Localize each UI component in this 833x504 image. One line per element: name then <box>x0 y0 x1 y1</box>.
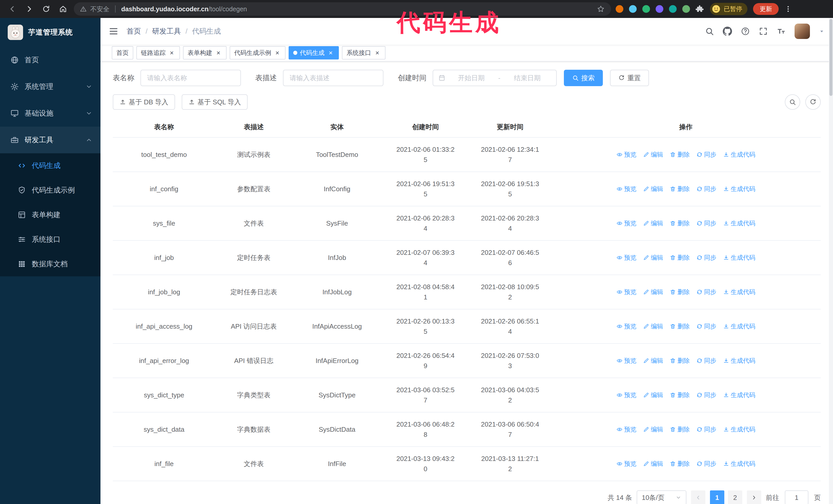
preview-action[interactable]: 预览 <box>616 390 636 400</box>
profile-chip[interactable]: 已暂停 <box>710 3 747 15</box>
github-icon[interactable] <box>723 27 732 36</box>
preview-action[interactable]: 预览 <box>616 287 636 297</box>
sidebar-subitem-db-doc[interactable]: 数据库文档 <box>0 252 100 277</box>
sync-action[interactable]: 同步 <box>696 184 716 194</box>
generate-code-action[interactable]: 生成代码 <box>723 149 755 160</box>
scrollbar-thumb[interactable] <box>829 19 832 96</box>
purple-extension-icon[interactable] <box>656 5 663 13</box>
search-toggle-button[interactable] <box>785 94 800 110</box>
edit-action[interactable]: 编辑 <box>643 390 663 400</box>
close-icon[interactable]: × <box>374 49 381 56</box>
forward-button[interactable] <box>23 3 35 15</box>
sidebar-item-system[interactable]: 系统管理 <box>0 73 100 100</box>
close-icon[interactable]: × <box>215 49 222 56</box>
reload-button[interactable] <box>40 3 52 15</box>
preview-action[interactable]: 预览 <box>616 149 636 160</box>
edit-action[interactable]: 编辑 <box>643 424 663 434</box>
back-button[interactable] <box>6 3 19 15</box>
import-sql-button[interactable]: 基于 SQL 导入 <box>182 94 248 110</box>
tab-system-api[interactable]: 系统接口× <box>342 46 385 59</box>
help-icon[interactable] <box>741 27 750 36</box>
page-1-button[interactable]: 1 <box>710 490 724 504</box>
delete-action[interactable]: 删除 <box>670 287 690 297</box>
generate-code-action[interactable]: 生成代码 <box>723 287 755 297</box>
font-size-icon[interactable] <box>777 27 786 36</box>
puzzle-icon[interactable] <box>696 5 704 13</box>
edit-action[interactable]: 编辑 <box>643 459 663 469</box>
import-db-button[interactable]: 基于 DB 导入 <box>113 94 175 110</box>
tab-trace[interactable]: 链路追踪× <box>136 46 180 59</box>
generate-code-action[interactable]: 生成代码 <box>723 184 755 194</box>
create-time-range-picker[interactable]: 开始日期 - 结束日期 <box>433 70 557 86</box>
refresh-table-button[interactable] <box>805 94 821 110</box>
table-desc-input[interactable] <box>283 70 383 86</box>
next-page-button[interactable] <box>747 490 761 504</box>
page-size-select[interactable]: 10条/页 <box>637 490 686 504</box>
kebab-menu-icon[interactable] <box>784 5 792 13</box>
preview-action[interactable]: 预览 <box>616 321 636 332</box>
goto-page-input[interactable] <box>785 490 808 504</box>
close-icon[interactable]: × <box>274 49 281 56</box>
orange-extension-icon[interactable] <box>616 5 623 13</box>
edit-action[interactable]: 编辑 <box>643 321 663 332</box>
delete-action[interactable]: 删除 <box>670 253 690 263</box>
sync-action[interactable]: 同步 <box>696 149 716 160</box>
delete-action[interactable]: 删除 <box>670 321 690 332</box>
generate-code-action[interactable]: 生成代码 <box>723 356 755 366</box>
delete-action[interactable]: 删除 <box>670 184 690 194</box>
sidebar-subitem-codegen[interactable]: 代码生成 <box>0 153 100 178</box>
generate-code-action[interactable]: 生成代码 <box>723 459 755 469</box>
leaf-extension-icon[interactable] <box>682 5 690 13</box>
delete-action[interactable]: 删除 <box>670 390 690 400</box>
tab-codegen[interactable]: 代码生成× <box>289 46 339 59</box>
sync-action[interactable]: 同步 <box>696 321 716 332</box>
table-name-input[interactable] <box>140 70 241 86</box>
caret-down-icon[interactable] <box>819 28 825 34</box>
generate-code-action[interactable]: 生成代码 <box>723 253 755 263</box>
close-icon[interactable]: × <box>327 49 334 56</box>
edit-action[interactable]: 编辑 <box>643 356 663 366</box>
sync-action[interactable]: 同步 <box>696 356 716 366</box>
delete-action[interactable]: 删除 <box>670 149 690 160</box>
preview-action[interactable]: 预览 <box>616 184 636 194</box>
preview-action[interactable]: 预览 <box>616 459 636 469</box>
edit-action[interactable]: 编辑 <box>643 184 663 194</box>
generate-code-action[interactable]: 生成代码 <box>723 218 755 229</box>
breadcrumb-item[interactable]: 研发工具 <box>152 26 181 36</box>
generate-code-action[interactable]: 生成代码 <box>723 390 755 400</box>
tab-home[interactable]: 首页 <box>112 46 133 59</box>
page-2-button[interactable]: 2 <box>728 490 742 504</box>
edit-action[interactable]: 编辑 <box>643 253 663 263</box>
edit-action[interactable]: 编辑 <box>643 287 663 297</box>
close-icon[interactable]: × <box>168 49 175 56</box>
bookmark-star-icon[interactable] <box>597 5 605 13</box>
preview-action[interactable]: 预览 <box>616 218 636 229</box>
delete-action[interactable]: 删除 <box>670 356 690 366</box>
preview-action[interactable]: 预览 <box>616 356 636 366</box>
preview-action[interactable]: 预览 <box>616 253 636 263</box>
sync-action[interactable]: 同步 <box>696 459 716 469</box>
preview-action[interactable]: 预览 <box>616 424 636 434</box>
sidebar-subitem-form-builder[interactable]: 表单构建 <box>0 202 100 227</box>
prev-page-button[interactable] <box>691 490 705 504</box>
sync-action[interactable]: 同步 <box>696 424 716 434</box>
user-avatar[interactable] <box>794 24 810 39</box>
search-icon[interactable] <box>705 27 714 36</box>
search-button[interactable]: 搜索 <box>564 70 603 86</box>
home-button[interactable] <box>57 3 69 15</box>
sidebar-item-devtools[interactable]: 研发工具 <box>0 127 100 153</box>
address-bar[interactable]: 不安全 dashboard.yudao.iocoder.cn/tool/code… <box>74 2 611 16</box>
edit-action[interactable]: 编辑 <box>643 149 663 160</box>
tab-codegen-example[interactable]: 代码生成示例× <box>230 46 286 59</box>
tab-form-builder[interactable]: 表单构建× <box>183 46 227 59</box>
green-check-extension-icon[interactable] <box>642 5 650 13</box>
sidebar-subitem-codegen-example[interactable]: 代码生成示例 <box>0 178 100 202</box>
sidebar-item-infra[interactable]: 基础设施 <box>0 100 100 127</box>
sync-action[interactable]: 同步 <box>696 287 716 297</box>
delete-action[interactable]: 删除 <box>670 218 690 229</box>
generate-code-action[interactable]: 生成代码 <box>723 321 755 332</box>
browser-update-button[interactable]: 更新 <box>753 3 779 15</box>
blue-extension-icon[interactable] <box>629 5 637 13</box>
sidebar-subitem-system-api[interactable]: 系统接口 <box>0 227 100 252</box>
breadcrumb-item[interactable]: 代码生成 <box>192 26 221 36</box>
